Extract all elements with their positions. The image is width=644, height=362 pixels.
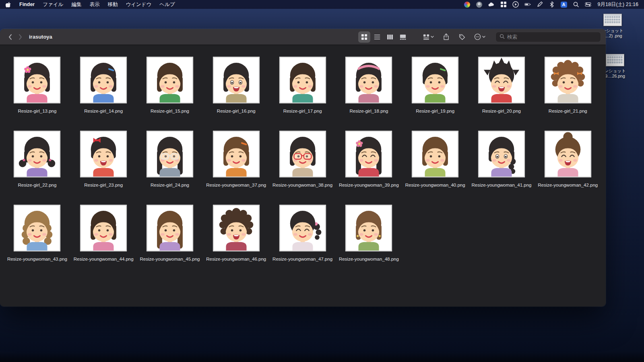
file-item[interactable]: Resize-youngwoman_41.png xyxy=(469,131,535,205)
file-item[interactable]: Resize-youngwoman_38.png xyxy=(269,131,336,205)
file-name: Resize-girl_24.png xyxy=(151,183,189,187)
file-thumbnail[interactable] xyxy=(412,131,458,177)
group-button[interactable] xyxy=(421,31,436,43)
file-thumbnail[interactable] xyxy=(213,57,260,103)
file-thumbnail[interactable] xyxy=(80,57,127,103)
battery-icon[interactable] xyxy=(524,1,531,8)
file-thumbnail[interactable] xyxy=(345,205,392,251)
menu-item[interactable]: 編集 xyxy=(71,1,81,8)
list-view-button[interactable] xyxy=(371,31,383,43)
finder-window: irasutoya xyxy=(0,29,606,306)
app-menu-finder[interactable]: Finder xyxy=(19,2,35,7)
file-thumbnail[interactable] xyxy=(279,205,326,251)
control-center-icon[interactable] xyxy=(585,1,591,8)
tiles-icon[interactable] xyxy=(500,1,507,8)
file-name: Resize-youngwoman_46.png xyxy=(206,257,266,261)
account-icon[interactable] xyxy=(476,1,483,8)
desktop-file-thumbnail[interactable] xyxy=(606,54,624,66)
file-item[interactable]: Resize-youngwoman_39.png xyxy=(336,131,402,205)
menu-item[interactable]: ウインドウ xyxy=(126,1,151,8)
file-name: Resize-girl_18.png xyxy=(349,109,388,113)
file-item[interactable]: Resize-girl_18.png xyxy=(336,57,402,131)
file-name: Resize-youngwoman_38.png xyxy=(272,183,332,187)
file-item[interactable]: Resize-girl_19.png xyxy=(402,57,469,131)
file-item[interactable]: Resize-girl_17.png xyxy=(269,57,336,131)
file-thumbnail[interactable] xyxy=(213,131,260,177)
spotlight-icon[interactable] xyxy=(573,1,579,8)
bluetooth-icon[interactable] xyxy=(549,1,555,8)
forward-button[interactable] xyxy=(15,32,26,42)
file-item[interactable]: Resize-girl_21.png xyxy=(535,57,601,131)
file-item[interactable]: Resize-youngwoman_42.png xyxy=(535,131,601,205)
file-item[interactable]: Resize-youngwoman_47.png xyxy=(269,205,336,279)
file-thumbnail[interactable] xyxy=(147,205,193,251)
toolbar: irasutoya xyxy=(0,29,606,45)
file-thumbnail[interactable] xyxy=(147,131,193,177)
file-thumbnail[interactable] xyxy=(478,57,525,103)
file-thumbnail[interactable] xyxy=(14,205,60,251)
file-thumbnail[interactable] xyxy=(80,131,127,177)
back-button[interactable] xyxy=(5,32,15,42)
file-name: Resize-youngwoman_43.png xyxy=(7,257,67,261)
file-item[interactable]: Resize-girl_15.png xyxy=(137,57,203,131)
file-thumbnail[interactable] xyxy=(213,205,260,251)
status-area: A 9月18日(土) 21:16 xyxy=(464,1,638,8)
file-thumbnail[interactable] xyxy=(412,57,458,103)
file-item[interactable]: Resize-youngwoman_48.png xyxy=(336,205,402,279)
file-name: Resize-girl_16.png xyxy=(217,109,256,113)
apple-menu-icon[interactable] xyxy=(6,2,11,8)
pen-icon[interactable] xyxy=(537,1,543,8)
desktop: Finder ファイル編集表示移動ウインドウヘルプ A 9月18日(土) 21:… xyxy=(0,0,644,362)
file-thumbnail[interactable] xyxy=(14,57,60,103)
search-icon xyxy=(500,33,505,41)
play-icon[interactable] xyxy=(512,1,519,8)
icon-view-button[interactable] xyxy=(358,31,370,43)
file-item[interactable]: Resize-girl_24.png xyxy=(137,131,203,205)
file-item[interactable]: Resize-youngwoman_45.png xyxy=(137,205,203,279)
cloud-icon[interactable] xyxy=(488,1,495,8)
file-thumbnail[interactable] xyxy=(478,131,525,177)
file-thumbnail[interactable] xyxy=(14,131,60,177)
input-a-icon[interactable]: A xyxy=(561,1,567,8)
menu-clock[interactable]: 9月18日(土) 21:16 xyxy=(598,1,638,8)
file-item[interactable]: Resize-youngwoman_40.png xyxy=(402,131,469,205)
share-button[interactable] xyxy=(440,31,452,43)
file-thumbnail[interactable] xyxy=(80,205,127,251)
file-item[interactable]: Resize-youngwoman_43.png xyxy=(4,205,70,279)
file-item[interactable]: Resize-youngwoman_46.png xyxy=(203,205,269,279)
search-input[interactable] xyxy=(507,34,597,40)
file-name: Resize-girl_14.png xyxy=(84,109,123,113)
file-thumbnail[interactable] xyxy=(279,131,326,177)
rainbow-circle-icon[interactable] xyxy=(464,1,471,8)
file-name: Resize-girl_21.png xyxy=(549,109,587,113)
file-item[interactable]: Resize-youngwoman_44.png xyxy=(70,205,137,279)
file-thumbnail[interactable] xyxy=(345,131,392,177)
file-thumbnail[interactable] xyxy=(545,57,591,103)
menu-item[interactable]: ヘルプ xyxy=(159,1,175,8)
file-grid: Resize-girl_13.pngResize-girl_14.pngResi… xyxy=(0,45,606,306)
tags-button[interactable] xyxy=(456,31,468,43)
file-item[interactable]: Resize-girl_20.png xyxy=(469,57,535,131)
file-thumbnail[interactable] xyxy=(545,131,591,177)
desktop-file-thumbnail[interactable] xyxy=(603,14,622,26)
file-item[interactable]: Resize-girl_16.png xyxy=(203,57,269,131)
search-field[interactable] xyxy=(495,32,601,42)
file-thumbnail[interactable] xyxy=(345,57,392,103)
file-item[interactable]: Resize-girl_23.png xyxy=(70,131,137,205)
file-thumbnail[interactable] xyxy=(279,57,326,103)
file-thumbnail[interactable] xyxy=(147,57,193,103)
menu-item[interactable]: 移動 xyxy=(107,1,118,8)
file-name: Resize-girl_15.png xyxy=(151,109,189,113)
file-item[interactable]: Resize-girl_22.png xyxy=(4,131,70,205)
file-name: Resize-girl_13.png xyxy=(18,109,56,113)
file-name: Resize-girl_17.png xyxy=(283,109,322,113)
menu-item[interactable]: ファイル xyxy=(43,1,63,8)
gallery-view-button[interactable] xyxy=(397,31,409,43)
column-view-button[interactable] xyxy=(384,31,396,43)
file-item[interactable]: Resize-youngwoman_37.png xyxy=(203,131,269,205)
file-item[interactable]: Resize-girl_13.png xyxy=(4,57,70,131)
desktop-file[interactable]: ンショット9....26.png xyxy=(602,54,628,78)
more-actions-button[interactable] xyxy=(472,31,487,43)
menu-item[interactable]: 表示 xyxy=(89,1,99,8)
file-item[interactable]: Resize-girl_14.png xyxy=(70,57,137,131)
